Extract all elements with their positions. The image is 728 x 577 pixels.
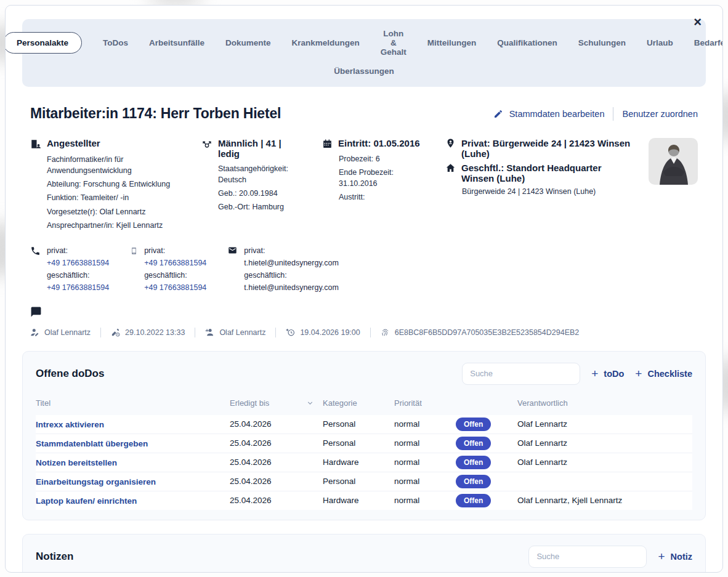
tab-schulungen[interactable]: Schulungen [578,34,626,51]
todo-title-link[interactable]: Einarbeitungstag organisieren [36,477,156,486]
employee-detail-modal: × Personalakte ToDos Arbeitsunfälle Doku… [5,5,723,573]
todo-title-link[interactable]: Laptop kaufen/ einrichten [36,496,137,506]
plus-icon: + [658,551,665,562]
todo-title-link[interactable]: Notizen bereitstellen [36,458,117,467]
phone-icon [30,246,41,294]
mobile-business-value[interactable]: +49 17663881594 [144,281,206,294]
todo-priority: normal [394,496,456,505]
mobile-business-label: geschäftlich: [144,271,187,280]
tab-row-2: Überlassungen [51,63,677,79]
tab-dokumente[interactable]: Dokumente [225,34,271,51]
nationality-line: Staatsangehörigkeit: Deutsch [218,163,305,185]
todo-category: Personal [323,438,394,448]
employment-column: Angestellter Fachinformatiker/in für Anw… [30,138,184,233]
notes-card: Notizen + Notiz Datum Titel Ersteller [22,534,706,573]
tab-personalakte[interactable]: Personalakte [5,32,82,54]
tab-mitteilungen[interactable]: Mitteilungen [427,34,477,51]
user-edit-icon [30,328,39,337]
divider [100,328,101,337]
tab-lohn-gehalt[interactable]: Lohn & Gehalt [381,25,406,60]
mobile-group: privat: +49 17663881594 geschäftlich: +4… [130,244,206,294]
employee-photo [649,138,698,185]
todo-category: Hardware [323,496,394,505]
todo-responsible: Olaf Lennartz [517,419,692,429]
add-todo-label: toDo [604,369,624,379]
todo-category: Personal [323,477,394,486]
todo-priority: normal [394,458,456,467]
todo-row[interactable]: Stammdatenblatt übergeben 25.04.2026 Per… [36,434,692,453]
col-header-titel[interactable]: Titel [36,398,230,408]
status-badge: Offen [456,494,491,507]
tab-ueberlassungen[interactable]: Überlassungen [334,63,394,79]
email-business-value[interactable]: t.hietel@unitedsynergy.com [244,281,339,294]
open-todos-card: Offene doDos + toDo + Checkliste Titel E… [22,351,706,520]
edited-at-value: 29.10.2022 13:33 [125,328,185,337]
phone-private-value[interactable]: +49 17663881594 [47,257,109,269]
divider [370,328,371,337]
calendar-icon [322,139,333,149]
notes-search-input[interactable] [528,546,647,568]
edit-master-data-button[interactable]: Stammdaten bearbeiten [493,109,605,119]
col-header-erledigt-bis[interactable]: Erledigt bis [230,398,269,408]
profile-info-grid: Angestellter Fachinformatiker/in für Anw… [30,138,698,233]
todo-row[interactable]: Intrexx aktivieren 25.04.2026 Personal n… [36,415,692,434]
email-group: privat: t.hietel@unitedsynergy.com gesch… [227,244,339,294]
tab-arbeitsunfaelle[interactable]: Arbeitsunfälle [149,34,204,51]
business-address-detail: Bürgerweide 24 | 21423 Winsen (Luhe) [462,187,631,196]
todo-due-date: 25.04.2026 [230,477,323,486]
pencil-icon [493,109,503,119]
todo-due-date: 25.04.2026 [230,419,323,429]
add-note-button[interactable]: + Notiz [658,551,692,562]
department-line: Abteilung: Forschung & Entwicklung [47,179,184,190]
todo-responsible: Olaf Lennartz [517,458,692,467]
building-user-icon [30,139,41,150]
tab-todos[interactable]: ToDos [103,34,128,51]
tab-row-1: Personalakte ToDos Arbeitsunfälle Dokume… [51,25,677,60]
status-badge: Offen [456,475,491,488]
todo-priority: normal [394,438,456,448]
todo-row[interactable]: Notizen bereitstellen 25.04.2026 Hardwar… [36,453,692,472]
col-header-verantwortlich[interactable]: Verantwortlich [517,398,692,408]
personal-heading: Männlich | 41 | ledig [218,138,305,159]
todo-title-link[interactable]: Intrexx aktivieren [36,420,104,429]
tab-krankmeldungen[interactable]: Krankmeldungen [292,34,360,51]
tab-qualifikationen[interactable]: Qualifikationen [497,34,557,51]
user-plus-icon [205,328,214,337]
tab-urlaub[interactable]: Urlaub [647,34,673,51]
plus-icon: + [591,368,598,379]
col-header-prioritaet[interactable]: Priorität [394,398,456,408]
page-title: Mitarbeiter:in 1174: Herr Torben Hietel [30,105,281,122]
record-id-value: 6E8BC8F6B5DD97A705035E3B2E5235854D294EB2 [395,328,580,337]
tab-bedarfe[interactable]: Bedarfe [694,34,723,51]
birthplace-line: Geb.-Ort: Hamburg [218,201,305,212]
sort-chevron-down-icon[interactable] [306,399,314,407]
divider [195,328,195,337]
birthdate-line: Geb.: 20.09.1984 [218,188,305,199]
phone-business-value[interactable]: +49 17663881594 [47,281,109,294]
todos-table: Titel Erledigt bis Kategorie Priorität V… [36,395,692,510]
email-private-value[interactable]: t.hietel@unitedsynergy.com [244,257,339,269]
chat-bubble-icon[interactable] [30,306,42,318]
mobile-private-value[interactable]: +49 17663881594 [144,257,206,269]
probation-end-line: Ende Probezeit: 31.10.2016 [339,167,428,189]
todo-category: Hardware [323,458,394,467]
todo-row[interactable]: Einarbeitungstag organisieren 25.04.2026… [36,472,692,491]
todo-category: Personal [323,419,394,429]
created-by-value: Olaf Lennartz [219,328,265,337]
todo-row[interactable]: Laptop kaufen/ einrichten 25.04.2026 Har… [36,491,692,510]
col-header-kategorie[interactable]: Kategorie [323,398,394,408]
assign-user-button[interactable]: Benutzer zuordnen [622,109,698,119]
todo-priority: normal [394,477,456,486]
add-todo-button[interactable]: + toDo [591,368,624,379]
private-address: Privat: Bürgerweide 24 | 21423 Winsen (L… [461,138,631,159]
title-row: Mitarbeiter:in 1174: Herr Torben Hietel … [30,105,698,122]
todos-search-input[interactable] [462,363,580,385]
gender-icon [201,139,212,150]
todo-due-date: 25.04.2026 [230,458,323,467]
add-checklist-button[interactable]: + Checkliste [635,368,692,379]
close-icon[interactable]: × [694,15,702,29]
todo-title-link[interactable]: Stammdatenblatt übergeben [36,439,148,448]
add-note-label: Notiz [671,552,692,562]
exit-line: Austritt: [339,192,428,203]
tab-bar: Personalakte ToDos Arbeitsunfälle Dokume… [22,19,706,87]
